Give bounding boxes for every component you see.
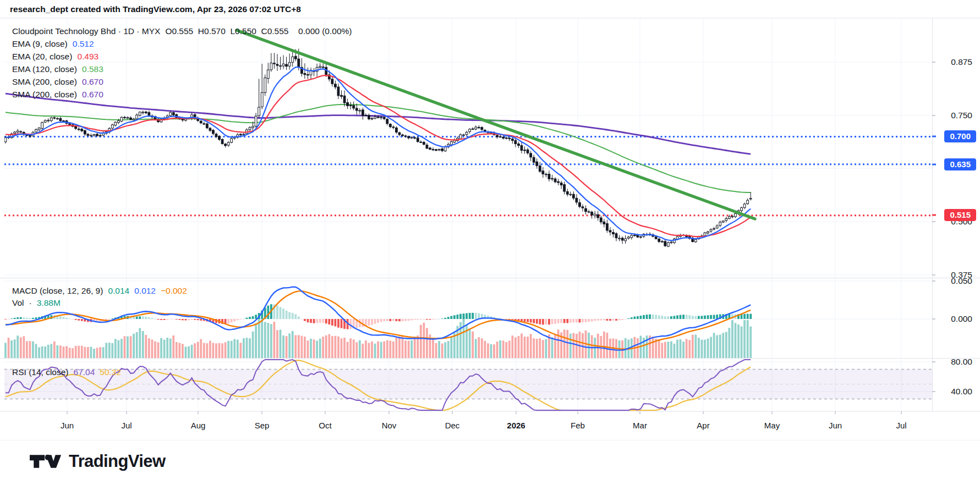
axis-price-label: 0.750 xyxy=(951,111,972,120)
tradingview-brand-text: TradingView xyxy=(69,452,165,471)
axis-price-label: 80.00 xyxy=(951,357,972,367)
time-axis-label: Nov xyxy=(382,421,397,430)
indicator-value: 0.493 xyxy=(77,52,98,62)
volume-label: Vol xyxy=(12,298,24,308)
axis-price-label: 0.050 xyxy=(951,276,972,286)
macd-value: 0.012 xyxy=(134,286,156,296)
axis-price-label: 0.875 xyxy=(951,57,972,67)
indicator-legend[interactable]: EMA (120, close)0.583 xyxy=(12,64,103,75)
time-axis-label: 2026 xyxy=(507,421,525,430)
time-axis-label: Jul xyxy=(121,421,132,430)
price-level-lines[interactable] xyxy=(4,136,932,215)
trendline[interactable] xyxy=(237,30,755,219)
time-axis-label: Jun xyxy=(829,421,842,430)
rsi-legend[interactable]: RSI (14, close)67.0450.32 xyxy=(12,367,121,378)
ohlc-item: L0.550 xyxy=(230,26,261,36)
macd-volume-pane[interactable] xyxy=(4,287,752,359)
time-axis-label: Dec xyxy=(445,421,460,430)
indicator-legend[interactable]: SMA (200, close)0.670 xyxy=(12,89,103,100)
indicator-legend[interactable]: EMA (9, close)0.512 xyxy=(12,38,94,49)
time-axis-label: Jun xyxy=(61,421,74,430)
rsi-value: 67.04 xyxy=(74,367,95,377)
indicator-value: 0.670 xyxy=(82,90,103,100)
symbol-legend[interactable]: Cloudpoint Technology Bhd · 1D · MYX O0.… xyxy=(12,26,352,37)
tradingview-watermark: TradingView xyxy=(30,451,165,472)
candles-layer[interactable] xyxy=(4,49,752,247)
ohlc-item: H0.570 xyxy=(198,26,231,36)
volume-legend[interactable]: Vol·3.88M xyxy=(12,298,61,309)
indicator-label: EMA (9, close) xyxy=(12,39,68,49)
axis-price-label: 0.000 xyxy=(951,314,972,324)
macd-legend[interactable]: MACD (close, 12, 26, 9)0.0140.012−0.002 xyxy=(12,285,187,296)
ohlc-item: C0.555 xyxy=(261,26,294,36)
indicator-label: EMA (20, close) xyxy=(12,52,72,62)
time-axis-label: Apr xyxy=(697,421,709,430)
tradingview-logo-icon xyxy=(30,451,62,472)
indicator-label: SMA (200, close) xyxy=(12,90,77,100)
time-axis-label: Jul xyxy=(896,421,906,430)
time-axis-label: Feb xyxy=(571,421,585,430)
ohlc-item: O0.555 xyxy=(165,26,198,36)
indicator-value: 0.512 xyxy=(73,39,94,49)
price-level-badge[interactable]: 0.700 xyxy=(944,130,976,142)
indicator-legend[interactable]: EMA (20, close)0.493 xyxy=(12,51,98,62)
time-axis-label: Oct xyxy=(319,421,331,430)
indicator-label: SMA (200, close) xyxy=(12,77,77,87)
price-level-badge[interactable]: 0.515 xyxy=(944,209,976,221)
indicator-value: 0.670 xyxy=(82,77,103,87)
price-level-badge[interactable]: 0.635 xyxy=(944,158,976,170)
time-axis-label: Mar xyxy=(633,421,647,430)
rsi-value: 50.32 xyxy=(100,367,121,377)
attribution-text: research_dept created with TradingView.c… xyxy=(10,4,301,14)
time-axis-label: Aug xyxy=(191,421,206,430)
macd-value: −0.002 xyxy=(161,286,187,296)
change-value: 0.000 (0.00%) xyxy=(298,26,352,36)
symbol-title: Cloudpoint Technology Bhd · 1D · MYX xyxy=(12,26,160,36)
indicator-value: 0.583 xyxy=(82,64,103,74)
ohlc-values: O0.555 H0.570 L0.550 C0.555 xyxy=(165,26,293,36)
macd-value: 0.014 xyxy=(108,286,129,296)
rsi-label: RSI (14, close) xyxy=(12,367,69,377)
time-axis-label: Sep xyxy=(255,421,270,430)
volume-sep: · xyxy=(29,298,32,308)
fast-ema-lines xyxy=(6,67,751,240)
indicator-label: EMA (120, close) xyxy=(12,64,77,74)
indicator-legend[interactable]: SMA (200, close)0.670 xyxy=(12,76,103,87)
macd-label: MACD (close, 12, 26, 9) xyxy=(12,286,103,296)
price-chart-canvas[interactable] xyxy=(0,0,980,490)
volume-value: 3.88M xyxy=(37,298,61,308)
axis-price-label: 40.00 xyxy=(951,387,972,397)
time-axis-label: May xyxy=(764,421,780,430)
chart-root: research_dept created with TradingView.c… xyxy=(0,0,980,490)
